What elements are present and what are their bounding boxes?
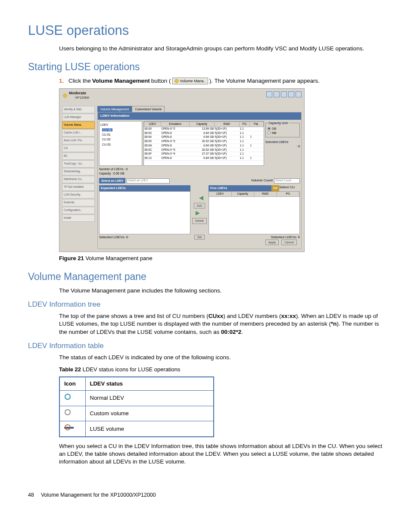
apply-button[interactable]: Apply: [265, 240, 279, 245]
ss-status-label: Moderate: [69, 90, 89, 96]
tree-node[interactable]: CU 03: [100, 142, 141, 147]
th-status: LDEV status: [85, 377, 214, 390]
sidebar-item[interactable]: LUN Manager: [62, 114, 95, 121]
cancel-button[interactable]: Cancel: [281, 240, 297, 245]
free-ldevs-list[interactable]: LDEV Capacity RAID PG: [209, 191, 300, 234]
ldev-information-banner: LDEV Information: [98, 112, 301, 120]
radio-mb[interactable]: MB: [268, 131, 298, 135]
sidebar-item[interactable]: TP Not Installed: [62, 184, 95, 191]
figure-21-caption: Figure 21 Volume Management pane: [59, 255, 383, 262]
table-22-caption: Table 22 LDEV status icons for LUSE oper…: [59, 366, 383, 373]
capacity-info: Capacity : 0.00 GB: [99, 171, 125, 175]
sidebar-item[interactable]: External..: [62, 199, 95, 206]
gear-icon: [174, 79, 179, 83]
sidebar-item[interactable]: Configuration..: [62, 207, 95, 214]
arrow-right-icon: [196, 211, 203, 215]
volume-management-button-inline: Volume Mana..: [172, 78, 208, 84]
radio-gb[interactable]: GB: [268, 127, 298, 131]
sidebar-item-active[interactable]: Volume Mana..: [62, 121, 95, 129]
sidebar-item[interactable]: Mainframe Co..: [62, 176, 95, 183]
cu-label: CU: [271, 185, 279, 191]
ldev-table[interactable]: LDEV Emulation Capacity RAID PG Pat.. 00…: [143, 121, 264, 166]
status-cell: Normal LDEV: [85, 390, 214, 406]
toolbar-icon[interactable]: [274, 91, 280, 97]
sidebar-item[interactable]: Install: [62, 215, 95, 222]
step-text-d: ). The Volume Management pane appears.: [209, 77, 320, 85]
sidebar-item[interactable]: Shadowimag..: [62, 168, 95, 175]
sidebar-item[interactable]: LUN Security..: [62, 191, 95, 199]
toolbar-icon[interactable]: [288, 91, 294, 97]
ldev-tree[interactable]: LDEV CU 00 CU 01 CU 02 CU 03: [99, 121, 142, 166]
selected-left: Selected LDEVs: 0: [99, 235, 128, 240]
inline-button-label: Volume Mana..: [180, 78, 206, 84]
select-ldev-label: Select an LDEV: [99, 178, 125, 184]
step-number: 1.: [59, 77, 68, 85]
table-row: Normal LDEV: [59, 390, 214, 406]
vmp-intro: The Volume Management pane includes the …: [59, 287, 383, 295]
free-ldevs-header: Free LDEVs: [209, 185, 271, 191]
heading-starting-luse: Starting LUSE operations: [28, 60, 383, 74]
th-icon: Icon: [59, 377, 85, 390]
heading-ldev-tree: LDEV Information tree: [28, 300, 383, 310]
cu-dropdown[interactable]: Select CU: [279, 185, 300, 191]
tree-node-selected[interactable]: CU 00: [102, 128, 112, 131]
volume-count-label: Volume Count: [251, 178, 273, 183]
custom-volume-icon: [64, 409, 72, 417]
toolbar-icons[interactable]: [266, 91, 302, 97]
cu-select-paragraph: When you select a CU in the LDEV Informa…: [59, 442, 383, 466]
sidebar-item[interactable]: CA: [62, 145, 95, 152]
step-text-c: button (: [151, 77, 171, 85]
heading-vmp: Volume Management pane: [28, 270, 383, 283]
toolbar-icon[interactable]: [296, 91, 302, 97]
sidebar-item[interactable]: Cache LUN /..: [62, 129, 95, 137]
tree-node[interactable]: CU 01: [100, 132, 141, 137]
sidebar-item[interactable]: BC: [62, 152, 95, 160]
expanded-ldevs-list[interactable]: [99, 191, 190, 234]
status-cell: LUSE volume: [85, 421, 214, 437]
heading-ldev-table: LDEV Information table: [28, 341, 383, 351]
volume-count-dropdown[interactable]: Select Count: [274, 178, 300, 184]
normal-ldev-icon: [64, 393, 72, 401]
ldev-table-paragraph: The status of each LDEV is indicated by …: [59, 354, 383, 361]
step-text-b: Volume Management: [92, 77, 150, 85]
step-1: 1. Click the Volume Management button ( …: [59, 77, 383, 85]
page-footer: 48 Volume Management for the XP10000/XP1…: [28, 492, 383, 499]
sidebar-item[interactable]: Auto LUN / Pe..: [62, 137, 95, 144]
expanded-ldevs-header: Expanded LDEVs: [99, 185, 190, 191]
tab-customized-volume[interactable]: Customized Volume: [132, 106, 165, 112]
status-cell: Custom volume: [85, 406, 214, 421]
step-text-a: Click the: [68, 77, 91, 85]
page-number: 48: [28, 492, 34, 499]
ss-sidebar: Identity & Stat.. LUN Manager Volume Man…: [62, 106, 95, 249]
ss-model-label: XP12000: [75, 96, 89, 100]
tree-node[interactable]: CU 02: [100, 137, 141, 142]
toolbar-icon[interactable]: [266, 91, 272, 97]
tree-root[interactable]: LDEV: [100, 122, 141, 127]
sidebar-item[interactable]: Identity & Stat..: [62, 106, 95, 113]
footer-title: Volume Management for the XP10000/XP1200…: [41, 492, 156, 499]
table-row: LUSE volume: [59, 421, 214, 437]
ldev-tree-paragraph: The top of the pane shows a tree and lis…: [59, 312, 383, 336]
toolbar-icon[interactable]: [281, 91, 287, 97]
luse-volume-icon: [64, 424, 74, 432]
heading-luse-operations: LUSE operations: [28, 22, 383, 40]
arrow-left-icon: [196, 196, 203, 200]
status-icon: [63, 93, 67, 98]
tab-volume-management[interactable]: Volume Management: [97, 106, 132, 112]
num-ldevs: Number of LDEVs : 0: [99, 167, 128, 171]
set-button[interactable]: Set: [194, 235, 205, 240]
selected-ldevs-value: : 0: [265, 144, 300, 148]
select-ldev-dropdown[interactable]: Select an LDEV: [127, 178, 170, 184]
intro-paragraph: Users belonging to the Administrator and…: [59, 45, 383, 53]
selected-ldevs-label: Selected LDEVs: [265, 140, 300, 144]
delete-button[interactable]: Delete: [192, 218, 207, 224]
sidebar-item[interactable]: TrueCopy - for..: [62, 160, 95, 168]
capacity-unit-legend: Capacity Unit: [268, 121, 289, 125]
add-button[interactable]: Add: [194, 203, 205, 208]
ldev-status-table: Icon LDEV status Normal LDEV Custom volu…: [59, 376, 214, 437]
figure-21-screenshot: Moderate XP12000 Identity & Stat.. LUN M…: [59, 88, 305, 252]
capacity-unit-group: Capacity Unit GB MB: [265, 121, 300, 137]
table-row: Custom volume: [59, 406, 214, 421]
